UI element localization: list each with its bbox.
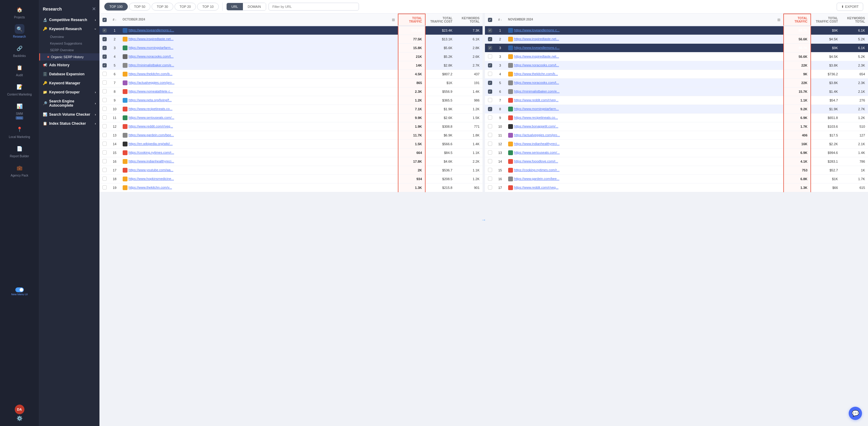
nav-keyword-manager[interactable]: 🔑 Keyword Manager: [39, 78, 99, 88]
row-checkbox[interactable]: [102, 80, 107, 85]
chat-button[interactable]: 💬: [849, 407, 862, 420]
tab-top100[interactable]: TOP 100: [104, 3, 128, 10]
nav-index-status-checker[interactable]: 📋 Index Status Checker ›: [39, 119, 99, 128]
row-checkbox[interactable]: ✓: [488, 107, 492, 111]
url-link[interactable]: https://www.inspiredtaste.net...: [514, 55, 559, 58]
url-link[interactable]: https://www.seriouseats.com/...: [514, 151, 560, 154]
nav-keyword-suggestions[interactable]: Keyword Suggestions: [39, 40, 99, 47]
url-link[interactable]: https://cooking.nytimes.com/r...: [129, 151, 174, 154]
row-checkbox[interactable]: ✓: [102, 55, 107, 59]
url-link[interactable]: https://www.morningstarfarm...: [129, 46, 174, 50]
row-checkbox[interactable]: ✓: [102, 63, 107, 67]
tab-top30[interactable]: TOP 30: [152, 3, 173, 10]
nav-overview[interactable]: Overview: [39, 33, 99, 40]
url-link[interactable]: https://www.inspiredtaste.net...: [129, 37, 174, 41]
url-link[interactable]: https://www.noracooks.com/t...: [129, 55, 174, 58]
url-link[interactable]: https://www.loveandlemons.c...: [514, 28, 560, 32]
nav-database-expansion[interactable]: 🗄️ Database Expansion: [39, 70, 99, 78]
expand-icon-left[interactable]: ⊞: [392, 18, 395, 22]
toggle-url[interactable]: URL: [227, 3, 243, 10]
toggle-domain[interactable]: DOMAIN: [243, 3, 266, 10]
tab-top50[interactable]: TOP 50: [129, 3, 151, 10]
expand-icon-right[interactable]: ⊞: [777, 18, 780, 22]
url-link[interactable]: https://www.loveandlemons.c...: [514, 46, 560, 50]
nav-keyword-grouper[interactable]: 📁 Keyword Grouper ›: [39, 88, 99, 97]
close-nav-icon[interactable]: ✕: [92, 6, 96, 12]
nav-keyword-research[interactable]: 🔑 Keyword Research ›: [39, 24, 99, 33]
nav-search-engine-autocomplete[interactable]: 🔎 Search Engine Autocomplete ›: [39, 97, 99, 110]
url-link[interactable]: https://actualveggies.com/pro...: [129, 81, 175, 84]
url-link[interactable]: https://www.thekitchn.com/b...: [129, 72, 173, 76]
url-link[interactable]: https://www.gardein.com/bee...: [129, 133, 174, 137]
filter-input[interactable]: [269, 3, 359, 10]
settings-icon[interactable]: ⚙️: [17, 416, 23, 421]
sidebar-item-projects[interactable]: 🏠 Projects: [0, 2, 39, 22]
row-checkbox[interactable]: ✓: [488, 46, 492, 50]
row-checkbox[interactable]: ✓: [488, 63, 492, 67]
url-link[interactable]: https://www.gardein.com/bee...: [514, 177, 559, 181]
nav-serp-overview[interactable]: SERP Overview: [39, 47, 99, 53]
row-checkbox[interactable]: [102, 124, 107, 128]
nav-competitive-research[interactable]: 🔬 Competitive Research ›: [39, 15, 99, 24]
url-link[interactable]: https://www.seriouseats.com/...: [129, 116, 175, 119]
url-link[interactable]: https://www.reddit.com/r/veg...: [129, 124, 173, 128]
url-link[interactable]: https://actualveggies.com/pro...: [514, 133, 560, 137]
sidebar-item-content-marketing[interactable]: 📝 Content Marketing: [0, 79, 39, 99]
row-checkbox[interactable]: [102, 72, 107, 76]
url-link[interactable]: https://www.bonappetit.com/...: [514, 124, 558, 128]
row-checkbox[interactable]: ✓: [488, 28, 492, 33]
url-link[interactable]: https://www.indianhealthyreci...: [129, 159, 174, 163]
url-link[interactable]: https://www.thekitchn.com/b...: [514, 72, 558, 76]
new-menu-toggle[interactable]: [16, 287, 24, 292]
row-checkbox[interactable]: ✓: [488, 37, 492, 41]
sidebar-item-backlinks[interactable]: 🔗 Backlinks: [0, 41, 39, 60]
url-link[interactable]: https://www.inspiredtaste.net...: [514, 37, 559, 41]
tab-top10[interactable]: TOP 10: [197, 3, 219, 10]
url-link[interactable]: https://www.peta.org/living/f...: [129, 98, 172, 102]
url-link[interactable]: https://www.indianhealthyreci...: [514, 142, 560, 145]
row-checkbox[interactable]: [488, 150, 492, 155]
row-checkbox[interactable]: [488, 98, 492, 102]
row-checkbox[interactable]: [102, 159, 107, 163]
row-checkbox[interactable]: ✓: [102, 46, 107, 50]
url-link[interactable]: https://www.loveandlemons.c...: [129, 28, 174, 32]
row-checkbox[interactable]: [488, 124, 492, 128]
sidebar-item-local-marketing[interactable]: 📍 Local Marketing: [0, 122, 39, 141]
sidebar-item-smm[interactable]: 📊 SMM Beta: [0, 99, 39, 122]
url-link[interactable]: https://www.noracooks.com/t...: [514, 81, 559, 84]
row-checkbox[interactable]: [488, 159, 492, 163]
url-link[interactable]: https://www.recipetineats.co...: [514, 116, 558, 119]
url-link[interactable]: https://www.hopkinsmedicine...: [129, 177, 174, 181]
row-checkbox[interactable]: [488, 141, 492, 146]
row-checkbox[interactable]: ✓: [488, 90, 492, 94]
url-link[interactable]: https://www.reddit.com/r/veg...: [514, 186, 558, 189]
sidebar-item-agency-pack[interactable]: 💼 Agency Pack: [0, 161, 39, 180]
sidebar-item-report-builder[interactable]: 📄 Report Builder: [0, 141, 39, 161]
url-link[interactable]: https://www.recipetineats.co...: [129, 107, 173, 110]
url-link[interactable]: https://minimalistbaker.com/e...: [129, 63, 174, 67]
row-checkbox[interactable]: [488, 168, 492, 172]
row-checkbox[interactable]: [488, 185, 492, 190]
sidebar-item-audit[interactable]: 📋 Audit: [0, 60, 39, 79]
url-link[interactable]: https://minimalistbaker.com/e...: [514, 90, 560, 93]
row-checkbox[interactable]: [488, 116, 492, 120]
url-link[interactable]: https://www.noracooks.com/t...: [514, 63, 559, 67]
row-checkbox[interactable]: [102, 116, 107, 120]
url-link[interactable]: https://cooking.nytimes.com/r...: [514, 168, 560, 172]
row-checkbox[interactable]: [102, 107, 107, 111]
url-link[interactable]: https://www.thekitchn.com/v...: [129, 186, 172, 189]
row-checkbox[interactable]: [102, 176, 107, 181]
url-link[interactable]: https://www.reddit.com/r/veg...: [514, 98, 558, 102]
select-all-checkbox[interactable]: ✓: [102, 18, 107, 22]
row-checkbox[interactable]: [102, 98, 107, 102]
row-checkbox[interactable]: [102, 168, 107, 172]
user-avatar[interactable]: DA: [15, 404, 24, 414]
nav-search-volume-checker[interactable]: 📊 Search Volume Checker ›: [39, 110, 99, 119]
url-link[interactable]: https://www.youtube.com/wa...: [129, 168, 174, 172]
row-checkbox[interactable]: [102, 133, 107, 137]
tab-top20[interactable]: TOP 20: [175, 3, 196, 10]
url-link[interactable]: https://en.wikipedia.org/wiki/...: [129, 142, 173, 145]
url-link[interactable]: https://www.morningstarfarm...: [514, 107, 559, 110]
row-checkbox[interactable]: [102, 150, 107, 155]
row-checkbox[interactable]: ✓: [102, 28, 107, 33]
